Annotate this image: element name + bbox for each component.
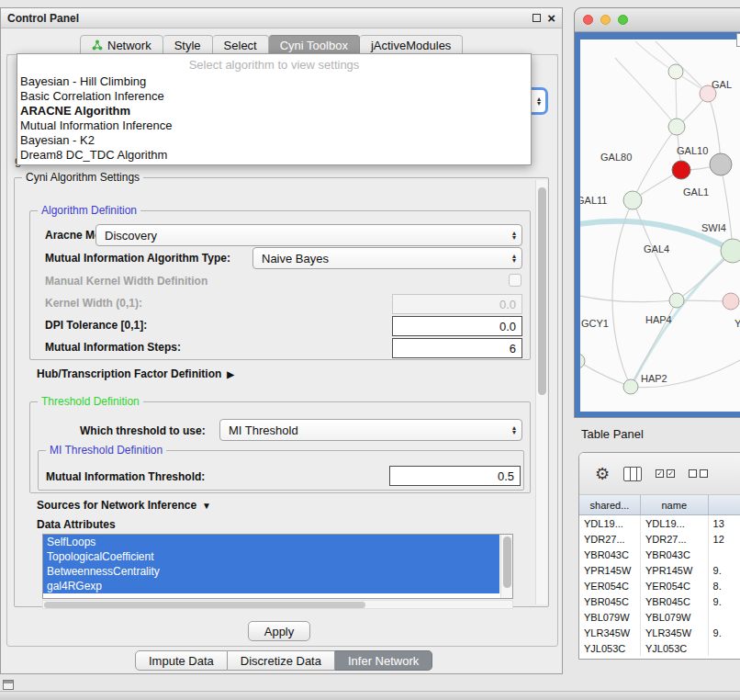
algorithm-definition-title: Algorithm Definition [38, 204, 140, 217]
node-label: GAL11 [580, 195, 607, 206]
traffic-light-minimize-icon[interactable] [600, 15, 611, 25]
control-panel-window: Control Panel × Network Style [0, 7, 563, 674]
table-row[interactable]: YBL079W YBL079W [579, 609, 740, 625]
node-green-a[interactable] [668, 119, 685, 135]
float-window-icon[interactable] [533, 14, 541, 22]
manual-kernel-checkbox[interactable] [509, 274, 521, 287]
table-panel-window: ⚙ ✓ ✓ shared... name YDL19... YDL19... 1… [578, 452, 740, 660]
scrollbar-thumb[interactable] [503, 536, 511, 588]
threshold-definition-title: Threshold Definition [38, 395, 143, 408]
dropdown-option[interactable]: Mutual Information Inference [17, 119, 531, 133]
scrollbar-thumb[interactable] [44, 602, 365, 608]
kernel-width-field: 0.0 [392, 294, 522, 314]
network-scroll-corner [736, 33, 740, 47]
network-graph: GAL GAL80 GAL10 GAL11 GAL1 SWI4 GAL4 GCY… [580, 40, 740, 412]
columns-icon[interactable] [623, 467, 642, 481]
combobox-value: Discovery [105, 229, 157, 243]
manual-kernel-label: Manual Kernel Width Definition [45, 275, 207, 288]
attribute-item[interactable]: BetweennessCentrality [43, 564, 499, 579]
dpi-tolerance-field[interactable]: 0.0 [392, 316, 522, 336]
combobox-value: MI Threshold [229, 423, 298, 437]
tab-label: jActiveModules [371, 39, 451, 52]
collapsed-arrow-icon: ▶ [227, 369, 234, 379]
table-row[interactable]: YER054C YER054C 8. [579, 578, 740, 593]
tab-cyni-toolbox[interactable]: Cyni Toolbox [269, 35, 360, 55]
tab-label: Cyni Toolbox [280, 39, 348, 52]
node-red[interactable] [672, 161, 690, 179]
node-label: Y [734, 318, 740, 329]
table-row[interactable]: YBR043C YBR043C [579, 547, 740, 562]
close-window-icon[interactable]: × [547, 13, 555, 24]
attribute-item[interactable]: SelfLoops [43, 535, 499, 549]
attribute-item[interactable]: gal4RGexp [43, 579, 499, 593]
tab-label: Style [174, 39, 201, 52]
table-row[interactable]: YBR045C YBR045C 9. [579, 593, 740, 609]
attributes-list-scrollbar[interactable] [500, 535, 512, 598]
hub-section-label: Hub/Transcription Factor Definition [37, 367, 221, 380]
select-all-icon[interactable]: ✓ ✓ [656, 469, 675, 478]
hub-section-toggle[interactable]: Hub/Transcription Factor Definition▶ [37, 367, 234, 380]
tab-network[interactable]: Network [80, 35, 163, 55]
deselect-all-icon[interactable] [689, 469, 708, 478]
dropdown-option[interactable]: Dream8 DC_TDC Algorithm [17, 148, 531, 163]
tab-jactivemodules[interactable]: jActiveModules [360, 35, 463, 55]
column-header[interactable]: shared... [579, 495, 641, 514]
node-label: GAL4 [644, 243, 669, 254]
bottom-tab-discretize-data[interactable]: Discretize Data [228, 650, 335, 671]
table-row[interactable]: YDL19... YDL19... 13 [579, 515, 740, 531]
node-gray[interactable] [710, 153, 732, 175]
settings-group-title: Cyni Algorithm Settings [22, 171, 143, 184]
mi-type-combobox[interactable]: Naive Bayes ▴▾ [252, 247, 522, 269]
kernel-width-label: Kernel Width (0,1): [45, 297, 142, 310]
column-header[interactable] [709, 495, 740, 514]
aracne-mode-combobox[interactable]: Discovery ▴▾ [95, 224, 522, 246]
node-green-d[interactable] [623, 379, 638, 394]
node-pale-top[interactable] [668, 64, 683, 79]
algorithm-dropdown-popup: Select algorithm to view settings Bayesi… [17, 53, 532, 165]
mi-threshold-field[interactable]: 0.5 [389, 466, 521, 486]
traffic-light-zoom-icon[interactable] [618, 15, 628, 25]
table-row[interactable]: YDR27... YDR27... 12 [579, 531, 740, 547]
node-big-green[interactable] [721, 239, 740, 263]
dropdown-option-selected[interactable]: ARACNE Algorithm [17, 104, 531, 119]
node-label: SWI4 [701, 222, 726, 233]
window-buttons: × [533, 13, 555, 24]
tab-style[interactable]: Style [163, 35, 213, 55]
node-label: GCY1 [581, 318, 609, 329]
node-green-b[interactable] [623, 191, 642, 209]
bottom-tab-impute-data[interactable]: Impute Data [135, 650, 228, 671]
mi-steps-label: Mutual Information Steps: [45, 341, 181, 354]
control-panel-titlebar: Control Panel × [1, 8, 562, 28]
attribute-item[interactable]: TopologicalCoefficient [43, 549, 499, 564]
tab-select[interactable]: Select [213, 35, 269, 55]
table-row[interactable]: YLR345W YLR345W 9. [579, 625, 740, 640]
table-row[interactable]: YPR145W YPR145W 9. [579, 562, 740, 578]
table-row[interactable]: YJL053C YJL053C [579, 640, 740, 656]
node-green-c[interactable] [669, 293, 684, 308]
combo-arrows-icon: ▴▾ [537, 96, 541, 106]
table-panel-title: Table Panel [581, 427, 644, 441]
dropdown-option[interactable]: Bayesian - Hill Climbing [17, 74, 531, 89]
dropdown-placeholder: Select algorithm to view settings [17, 56, 531, 74]
mi-steps-field[interactable]: 6 [392, 338, 522, 358]
network-canvas[interactable]: GAL GAL80 GAL10 GAL11 GAL1 SWI4 GAL4 GCY… [580, 40, 740, 412]
which-threshold-combobox[interactable]: MI Threshold ▴▾ [219, 419, 522, 441]
dropdown-option[interactable]: Basic Correlation Inference [17, 89, 531, 104]
node-pink-right[interactable] [723, 293, 739, 310]
scrollbar-thumb[interactable] [538, 187, 546, 395]
gear-icon[interactable]: ⚙ [595, 466, 610, 482]
table-body: YDL19... YDL19... 13 YDR27... YDR27... 1… [579, 515, 740, 659]
status-bar [0, 691, 740, 700]
node-green-left[interactable] [580, 354, 585, 368]
combobox-value: Naive Bayes [262, 252, 329, 265]
traffic-light-close-icon[interactable] [583, 15, 593, 25]
bottom-tab-infer-network[interactable]: Infer Network [335, 650, 432, 671]
apply-button[interactable]: Apply [248, 621, 310, 641]
settings-scrollbar[interactable] [535, 180, 547, 604]
minimized-panel-icon[interactable] [3, 680, 14, 690]
attributes-list-hscrollbar[interactable] [42, 600, 513, 609]
dropdown-option[interactable]: Bayesian - K2 [17, 133, 531, 148]
tab-label: Select [224, 39, 257, 52]
sources-section-toggle[interactable]: Sources for Network Inference▼ [37, 499, 211, 512]
column-header[interactable]: name [641, 495, 709, 514]
